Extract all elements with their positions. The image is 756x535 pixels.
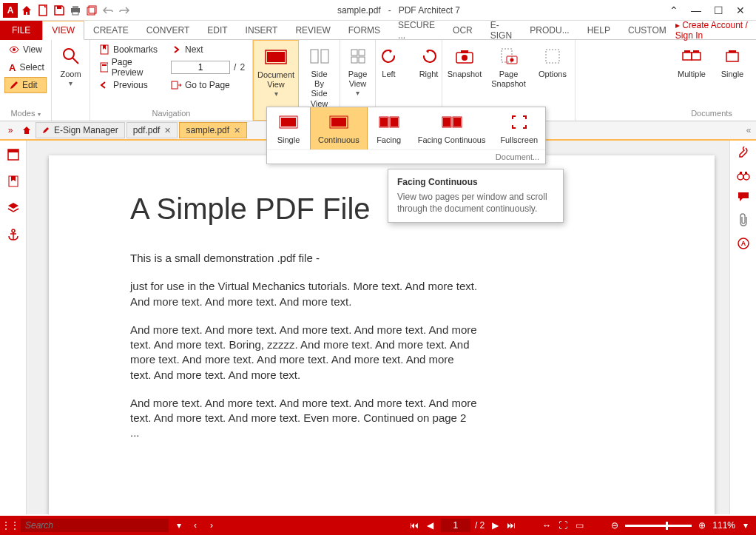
next-button[interactable]: Next — [166, 41, 249, 58]
actual-size-icon[interactable]: ▭ — [573, 519, 585, 531]
last-page-icon[interactable]: ⏭ — [505, 519, 517, 531]
bookmarks-button[interactable]: Bookmarks — [95, 41, 162, 58]
zoom-dropdown-icon[interactable]: ▾ — [740, 519, 752, 531]
tab-convert[interactable]: CONVERT — [138, 21, 198, 40]
close-icon[interactable]: ✕ — [732, 3, 749, 18]
tab-ocr[interactable]: OCR — [444, 21, 482, 40]
dv-single[interactable]: Single — [267, 107, 310, 149]
rotate-right-button[interactable]: Right — [411, 41, 447, 82]
document-canvas[interactable]: A Simple PDF File This is a small demons… — [27, 141, 729, 514]
undo-icon[interactable] — [101, 3, 115, 18]
doctab-esign-manager[interactable]: E-Sign Manager — [36, 122, 125, 138]
svg-point-38 — [12, 229, 15, 232]
redo-icon[interactable] — [117, 3, 132, 18]
anchor-icon[interactable] — [5, 226, 21, 243]
ribbon-group-modes: View ASelect Edit Modes ▾ — [0, 40, 52, 121]
goto-page-button[interactable]: Go to Page — [166, 77, 249, 93]
search-prev-icon[interactable]: ‹ — [189, 519, 201, 531]
svg-rect-17 — [321, 50, 328, 63]
svg-point-41 — [738, 174, 743, 180]
page-number-input[interactable] — [171, 61, 230, 74]
doctab-pdf[interactable]: pdf.pdf✕ — [126, 122, 178, 138]
tab-help[interactable]: HELP — [578, 21, 619, 40]
dv-fullscreen[interactable]: Fullscreen — [493, 107, 545, 149]
zoom-button[interactable]: Zoom ▾ — [53, 41, 89, 90]
page-view-button[interactable]: Page View ▾ — [340, 41, 376, 100]
status-page-input[interactable] — [441, 519, 470, 532]
tab-products[interactable]: PRODU... — [521, 21, 578, 40]
search-input[interactable] — [21, 519, 169, 532]
single-doc-button[interactable]: Single — [715, 41, 750, 82]
tab-edit[interactable]: EDIT — [198, 21, 236, 40]
close-icon[interactable]: ✕ — [234, 126, 240, 135]
bookmarks-panel-icon[interactable] — [5, 173, 21, 189]
page-number-control: / 2 — [166, 59, 249, 75]
fit-page-icon[interactable]: ⛶ — [557, 519, 569, 531]
new-doc-icon[interactable] — [36, 3, 50, 18]
mode-edit-button[interactable]: Edit — [4, 77, 47, 93]
close-icon[interactable]: ✕ — [164, 126, 171, 135]
layers-icon[interactable] — [5, 200, 21, 216]
maximize-icon[interactable]: ☐ — [710, 3, 726, 18]
comment-icon[interactable] — [737, 191, 750, 203]
tab-insert[interactable]: INSERT — [237, 21, 287, 40]
zoom-slider[interactable] — [625, 525, 692, 527]
menu-bar: FILE VIEW CREATE CONVERT EDIT INSERT REV… — [0, 21, 756, 40]
save-icon[interactable] — [52, 3, 67, 18]
svg-text:A: A — [740, 240, 746, 247]
dv-facing[interactable]: Facing — [368, 107, 411, 149]
options-button[interactable]: Options — [535, 41, 570, 82]
next-page-icon[interactable]: ▶ — [489, 519, 501, 531]
previous-button[interactable]: Previous — [95, 77, 162, 93]
home-icon[interactable] — [19, 3, 34, 18]
expand-left-icon[interactable]: » — [3, 123, 18, 138]
page-snapshot-button[interactable]: Page Snapshot — [487, 41, 530, 92]
tooltip-title: Facing Continuous — [397, 177, 554, 187]
rotate-left-button[interactable]: Left — [371, 41, 407, 82]
svg-rect-28 — [546, 50, 559, 63]
search-next-icon[interactable]: › — [206, 519, 217, 531]
home-tab-icon[interactable] — [19, 123, 34, 138]
app-logo[interactable]: A — [3, 3, 18, 18]
badge-icon[interactable]: A — [737, 237, 750, 250]
mode-select-button[interactable]: ASelect — [4, 59, 47, 75]
svg-rect-34 — [729, 50, 736, 53]
svg-rect-43 — [740, 172, 742, 174]
snapshot-button[interactable]: Snapshot — [447, 41, 482, 82]
tab-custom[interactable]: CUSTOM — [619, 21, 675, 40]
zoom-out-icon[interactable]: ⊖ — [609, 519, 621, 531]
fit-width-icon[interactable]: ↔ — [541, 519, 553, 531]
doctab-sample[interactable]: sample.pdf✕ — [179, 122, 247, 138]
tab-esign[interactable]: E-SIGN — [482, 21, 522, 40]
tools-icon[interactable] — [737, 147, 750, 160]
tab-secure[interactable]: SECURE ... — [389, 21, 444, 40]
attachment-icon[interactable] — [738, 213, 749, 226]
tab-forms[interactable]: FORMS — [340, 21, 389, 40]
menu-dots-icon[interactable]: ⋮⋮ — [4, 519, 16, 531]
prev-page-icon[interactable]: ◀ — [425, 519, 436, 531]
tab-create[interactable]: CREATE — [84, 21, 138, 40]
account-link[interactable]: ▸ Create Account / Sign In — [675, 20, 749, 41]
page-preview-button[interactable]: Page Preview — [95, 59, 162, 75]
file-menu[interactable]: FILE — [0, 21, 42, 40]
tab-review[interactable]: REVIEW — [286, 21, 339, 40]
document-view-button[interactable]: Document View ▾ — [258, 42, 294, 101]
tab-view[interactable]: VIEW — [42, 21, 84, 40]
dv-footer: Document... — [267, 149, 545, 164]
svg-rect-57 — [443, 118, 450, 127]
thumbnails-icon[interactable] — [5, 147, 21, 163]
dv-facing-continuous[interactable]: Facing Continuous — [411, 107, 493, 149]
print-icon[interactable] — [68, 3, 83, 18]
svg-rect-36 — [8, 149, 18, 152]
zoom-in-icon[interactable]: ⊕ — [696, 519, 708, 531]
multiple-docs-button[interactable]: Multiple — [673, 41, 710, 82]
collapse-right-icon[interactable]: « — [741, 123, 756, 138]
mode-view-button[interactable]: View — [4, 41, 47, 58]
binoculars-icon[interactable] — [737, 170, 750, 181]
minimize-ribbon-icon[interactable]: ⌃ — [666, 3, 682, 18]
minimize-icon[interactable]: — — [688, 3, 704, 18]
search-dropdown-icon[interactable]: ▾ — [173, 519, 185, 531]
first-page-icon[interactable]: ⏮ — [408, 519, 420, 531]
dv-continuous[interactable]: Continuous — [310, 107, 368, 149]
recent-icon[interactable] — [84, 3, 99, 18]
